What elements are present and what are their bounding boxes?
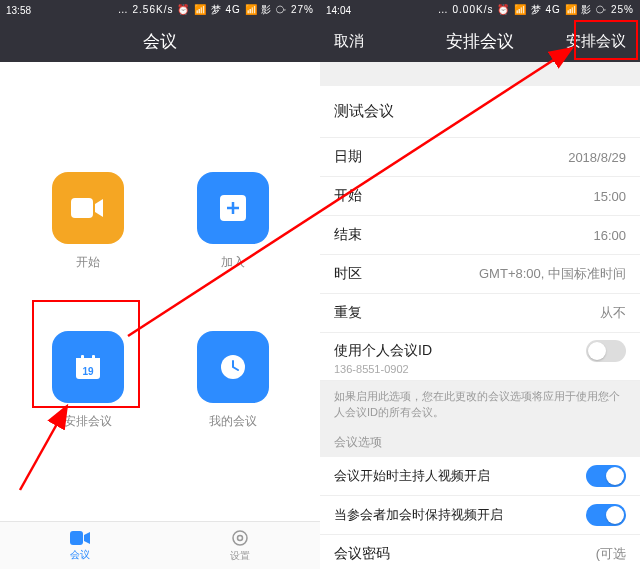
label: 日期 bbox=[334, 148, 362, 166]
video-icon bbox=[52, 172, 124, 244]
tabbar: 会议 设置 bbox=[0, 521, 320, 569]
value: 测试会议 bbox=[334, 102, 394, 121]
meeting-title-input[interactable]: 测试会议 bbox=[320, 86, 640, 138]
row-pmi[interactable]: 使用个人会议ID bbox=[320, 333, 640, 363]
tile-join[interactable]: 加入 bbox=[197, 172, 269, 271]
value: GMT+8:00, 中国标准时间 bbox=[479, 265, 626, 283]
label: 当参会者加会时保持视频开启 bbox=[334, 506, 503, 524]
toggle-pmi[interactable] bbox=[586, 340, 626, 362]
label: 结束 bbox=[334, 226, 362, 244]
header: 取消 安排会议 安排会议 bbox=[320, 20, 640, 62]
tile-label: 我的会议 bbox=[209, 413, 257, 430]
pmi-note: 如果启用此选项，您在此更改的会议选项将应用于使用您个人会议ID的所有会议。 bbox=[320, 381, 640, 428]
row-timezone[interactable]: 时区 GMT+8:00, 中国标准时间 bbox=[320, 255, 640, 294]
header: 会议 bbox=[0, 20, 320, 62]
phone-right: 14:04 … 0.00K/s ⏰ 📶 梦 4G 📶 影 ⧂ 25% 取消 安排… bbox=[320, 0, 640, 569]
row-repeat[interactable]: 重复 从不 bbox=[320, 294, 640, 333]
svg-text:19: 19 bbox=[82, 366, 94, 377]
svg-point-10 bbox=[238, 535, 243, 540]
cancel-button[interactable]: 取消 bbox=[324, 28, 374, 55]
plus-icon bbox=[197, 172, 269, 244]
status-icons: … 0.00K/s ⏰ 📶 梦 4G 📶 影 ⧂ 25% bbox=[362, 3, 634, 17]
form-list: 测试会议 日期 2018/8/29 开始 15:00 结束 16:00 时区 G… bbox=[320, 86, 640, 381]
tab-label: 设置 bbox=[230, 549, 250, 563]
label: 重复 bbox=[334, 304, 362, 322]
tile-mine[interactable]: 我的会议 bbox=[197, 331, 269, 430]
tile-label: 加入 bbox=[221, 254, 245, 271]
calendar-icon: 19 bbox=[52, 331, 124, 403]
status-time: 14:04 bbox=[326, 5, 362, 16]
row-start[interactable]: 开始 15:00 bbox=[320, 177, 640, 216]
tile-schedule[interactable]: 19 安排会议 bbox=[52, 331, 124, 430]
label: 时区 bbox=[334, 265, 362, 283]
value: (可选 bbox=[596, 545, 626, 563]
video-icon bbox=[70, 530, 90, 546]
phone-left: 13:58 … 2.56K/s ⏰ 📶 梦 4G 📶 影 ⧂ 27% 会议 开始… bbox=[0, 0, 320, 569]
tab-meeting[interactable]: 会议 bbox=[0, 522, 160, 569]
confirm-button[interactable]: 安排会议 bbox=[556, 28, 636, 55]
label: 开始 bbox=[334, 187, 362, 205]
spacer bbox=[320, 62, 640, 86]
clock-icon bbox=[197, 331, 269, 403]
tab-label: 会议 bbox=[70, 548, 90, 562]
value: 从不 bbox=[600, 304, 626, 322]
svg-rect-0 bbox=[71, 198, 93, 218]
status-time: 13:58 bbox=[6, 5, 42, 16]
row-password[interactable]: 会议密码 (可选 bbox=[320, 535, 640, 569]
options-list: 会议开始时主持人视频开启 当参会者加会时保持视频开启 会议密码 (可选 bbox=[320, 457, 640, 569]
tile-label: 安排会议 bbox=[64, 413, 112, 430]
tab-settings[interactable]: 设置 bbox=[160, 522, 320, 569]
svg-point-9 bbox=[233, 531, 247, 545]
gear-icon bbox=[231, 529, 249, 547]
row-end[interactable]: 结束 16:00 bbox=[320, 216, 640, 255]
options-header: 会议选项 bbox=[320, 428, 640, 457]
row-date[interactable]: 日期 2018/8/29 bbox=[320, 138, 640, 177]
status-bar: 13:58 … 2.56K/s ⏰ 📶 梦 4G 📶 影 ⧂ 27% bbox=[0, 0, 320, 20]
value: 16:00 bbox=[593, 228, 626, 243]
status-icons: … 2.56K/s ⏰ 📶 梦 4G 📶 影 ⧂ 27% bbox=[42, 3, 314, 17]
header-title: 会议 bbox=[143, 30, 177, 53]
svg-rect-3 bbox=[76, 358, 100, 364]
status-bar: 14:04 … 0.00K/s ⏰ 📶 梦 4G 📶 影 ⧂ 25% bbox=[320, 0, 640, 20]
row-attendee-video[interactable]: 当参会者加会时保持视频开启 bbox=[320, 496, 640, 535]
tile-label: 开始 bbox=[76, 254, 100, 271]
label: 会议开始时主持人视频开启 bbox=[334, 467, 490, 485]
value: 15:00 bbox=[593, 189, 626, 204]
toggle-attendee-video[interactable] bbox=[586, 504, 626, 526]
toggle-host-video[interactable] bbox=[586, 465, 626, 487]
pmi-number: 136-8551-0902 bbox=[320, 363, 640, 381]
header-title: 安排会议 bbox=[446, 30, 514, 53]
tile-start[interactable]: 开始 bbox=[52, 172, 124, 271]
svg-rect-8 bbox=[70, 531, 83, 545]
value: 2018/8/29 bbox=[568, 150, 626, 165]
svg-rect-4 bbox=[81, 355, 84, 361]
tile-grid: 开始 加入 19 安排会议 我的会议 bbox=[0, 62, 320, 430]
row-host-video[interactable]: 会议开始时主持人视频开启 bbox=[320, 457, 640, 496]
svg-rect-5 bbox=[92, 355, 95, 361]
label: 使用个人会议ID bbox=[334, 342, 432, 360]
label: 会议密码 bbox=[334, 545, 390, 563]
